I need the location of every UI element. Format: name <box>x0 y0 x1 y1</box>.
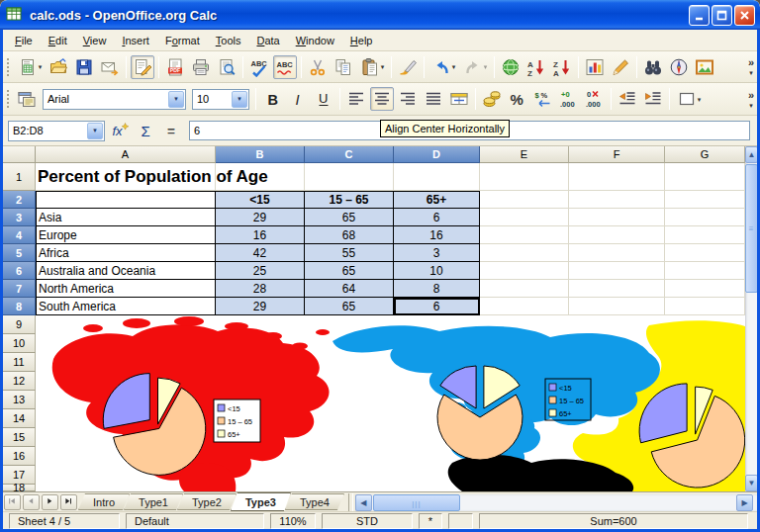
cell-C4[interactable]: 68 <box>305 226 394 244</box>
cell-C7[interactable]: 64 <box>305 280 394 298</box>
spellcheck-abc-button[interactable]: ABC <box>247 55 271 79</box>
edit-file-pencil-button[interactable] <box>131 55 154 79</box>
cell-G7[interactable] <box>665 280 745 298</box>
column-header-B[interactable]: B <box>216 146 305 163</box>
menu-item-insert[interactable]: Insert <box>114 32 157 49</box>
horizontal-scrollbar-thumb[interactable]: ||| <box>373 494 460 511</box>
menu-item-edit[interactable]: Edit <box>41 32 75 49</box>
merge-cells-table-button[interactable] <box>447 87 471 111</box>
cell-G4[interactable] <box>665 226 745 244</box>
column-header-G[interactable]: G <box>665 146 745 163</box>
page-preview-magnifier-button[interactable] <box>215 55 238 79</box>
font-size-dropdown-icon[interactable]: ▼ <box>232 91 247 108</box>
cell-E8[interactable] <box>480 298 569 315</box>
navigator-compass-button[interactable] <box>667 55 691 79</box>
row-header-15[interactable]: 15 <box>3 428 36 447</box>
row-header-12[interactable]: 12 <box>3 372 36 391</box>
row-header-5[interactable]: 5 <box>3 244 36 262</box>
cell-D7[interactable]: 8 <box>394 280 480 298</box>
dropdown-arrow-icon[interactable]: ▾ <box>452 63 456 70</box>
percent-sign-button[interactable]: % <box>506 87 529 111</box>
cell-A6[interactable]: Australia and Oceania <box>36 262 216 280</box>
name-box[interactable]: B2:D8 ▼ <box>8 121 105 141</box>
dropdown-arrow-icon[interactable]: ▾ <box>381 63 385 70</box>
cell-F3[interactable] <box>569 209 665 226</box>
formula-button[interactable]: = <box>161 120 183 141</box>
menu-item-tools[interactable]: Tools <box>208 32 249 49</box>
cell-C8[interactable]: 65 <box>305 298 394 315</box>
cell-A2[interactable] <box>36 191 216 209</box>
cell-G1[interactable] <box>665 163 745 191</box>
spreadsheet-grid[interactable]: ABCDEFG123456789101112131415161718<1515 … <box>0 146 760 491</box>
toolbar-overflow-button[interactable]: »▾ <box>748 90 754 109</box>
column-header-E[interactable]: E <box>480 146 569 163</box>
dropdown-arrow-icon[interactable]: ▾ <box>484 63 488 70</box>
cell-D5[interactable]: 3 <box>394 244 480 262</box>
cell-A3[interactable]: Asia <box>36 209 216 226</box>
row-header-11[interactable]: 11 <box>3 353 36 372</box>
cell-G8[interactable] <box>665 298 745 315</box>
find-replace-binoculars-button[interactable] <box>641 55 665 79</box>
horizontal-scrollbar[interactable]: ◀▶||| <box>355 494 757 511</box>
row-header-7[interactable]: 7 <box>3 280 36 298</box>
bold-b-button[interactable]: B <box>260 87 284 111</box>
selection-mode-panel[interactable]: STD <box>322 513 413 529</box>
tab-prev-button[interactable] <box>23 494 40 510</box>
scroll-left-button[interactable]: ◀ <box>355 494 372 511</box>
tab-first-button[interactable] <box>4 494 21 510</box>
cell-B2[interactable]: <15 <box>216 191 305 209</box>
tab-scrollbar-splitter[interactable] <box>348 493 353 511</box>
column-header-D[interactable]: D <box>394 146 480 163</box>
cell-G2[interactable] <box>665 191 745 209</box>
cell-A1-title[interactable]: Percent of Population of Age <box>38 163 268 191</box>
paste-clipboard-button[interactable]: ▾ <box>357 55 387 79</box>
scroll-right-button[interactable]: ▶ <box>736 494 753 511</box>
cell-E4[interactable] <box>480 226 569 244</box>
toolbar-overflow-button[interactable]: »▾ <box>748 57 754 76</box>
dropdown-arrow-icon[interactable]: ▾ <box>39 63 43 70</box>
undo-arrow-button[interactable]: ▾ <box>428 55 458 79</box>
function-wizard-button[interactable]: fx <box>110 120 132 141</box>
row-header-6[interactable]: 6 <box>3 262 36 280</box>
cell-D8[interactable]: 6 <box>394 298 480 315</box>
increase-indent-button[interactable] <box>641 87 665 111</box>
cell-C3[interactable]: 65 <box>305 209 394 226</box>
cell-D4[interactable]: 16 <box>394 226 480 244</box>
sum-button[interactable]: Σ <box>136 120 157 141</box>
name-box-dropdown-icon[interactable]: ▼ <box>87 123 103 139</box>
tab-next-button[interactable] <box>42 494 58 510</box>
sort-ascending-button[interactable]: AZ <box>524 55 548 79</box>
cell-C1[interactable] <box>305 163 394 191</box>
decrease-indent-button[interactable] <box>616 87 639 111</box>
sort-descending-button[interactable]: ZA <box>550 55 574 79</box>
cell-C6[interactable]: 65 <box>305 262 394 280</box>
row-header-9[interactable]: 9 <box>3 315 36 334</box>
cell-A8[interactable]: South America <box>36 298 216 315</box>
sum-panel[interactable]: Sum=600 <box>479 513 748 529</box>
row-header-13[interactable]: 13 <box>3 391 36 409</box>
cell-D3[interactable]: 6 <box>394 209 480 226</box>
cell-F4[interactable] <box>569 226 665 244</box>
cell-F1[interactable] <box>569 163 665 191</box>
standard-format-button[interactable]: $% <box>531 87 555 111</box>
row-header-10[interactable]: 10 <box>3 334 36 353</box>
cell-E7[interactable] <box>480 280 569 298</box>
underline-u-button[interactable]: U <box>312 87 335 111</box>
font-name-dropdown-icon[interactable]: ▼ <box>168 91 184 108</box>
cell-A4[interactable]: Europe <box>36 226 216 244</box>
sheet-tab-type3[interactable]: Type3 <box>231 492 291 511</box>
align-right-button[interactable] <box>396 87 420 111</box>
map-pie-chart-object[interactable]: <1515 – 6565+<1515 – 6565+ <box>36 315 745 491</box>
cut-scissors-button[interactable] <box>306 55 330 79</box>
borders-box-button[interactable]: ▾ <box>674 87 704 111</box>
toolbar-grip[interactable] <box>5 56 10 78</box>
page-style-panel[interactable]: Default <box>126 513 264 529</box>
format-paintbrush-button[interactable] <box>396 55 420 79</box>
redo-arrow-button[interactable]: ▾ <box>460 55 490 79</box>
cell-F6[interactable] <box>569 262 665 280</box>
copy-documents-button[interactable] <box>332 55 355 79</box>
cell-B7[interactable]: 28 <box>216 280 305 298</box>
hyperlink-globe-button[interactable] <box>499 55 522 79</box>
close-button[interactable] <box>734 5 755 26</box>
sheet-tab-intro[interactable]: Intro <box>78 493 130 510</box>
